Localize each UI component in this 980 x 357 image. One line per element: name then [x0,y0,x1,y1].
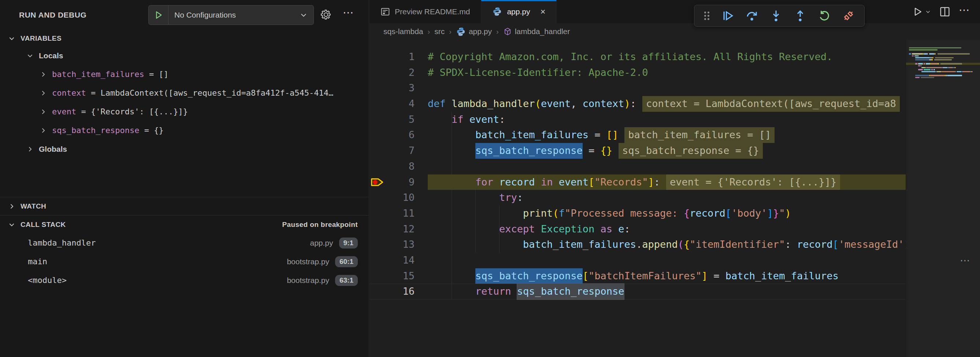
line-gutter[interactable]: 5 [369,112,428,128]
run-and-debug-sidebar: RUN AND DEBUG No Configurations ⋯ VA [0,0,369,357]
line-number: 7 [409,143,415,159]
split-editor-button[interactable] [940,6,950,17]
minimap[interactable] [909,47,979,78]
code-line-15[interactable]: 15 sqs_batch_response["batchItemFailures… [369,268,906,284]
minimap-strip[interactable] [906,40,980,357]
line-gutter[interactable]: 3 [369,80,428,96]
run-python-file-button[interactable] [913,6,931,17]
variable-name: event [52,107,76,116]
code-line-3[interactable]: 3 [369,80,906,96]
variables-group-label: Globals [39,145,67,154]
code-line-5[interactable]: 5 if event: [369,112,906,128]
variable-row[interactable]: context = LambdaContext([aws_request_id=… [0,84,369,102]
code-line-12[interactable]: 12 except Exception as e: [369,222,906,237]
line-gutter[interactable]: 9 [369,174,428,190]
close-icon[interactable]: × [540,6,545,17]
code-line-9[interactable]: 9 for record in event["Records"]:event =… [369,174,906,190]
tab-app-py[interactable]: app.py× [481,0,557,23]
call-stack-frames: lambda_handlerapp.py9:1mainbootstrap.py6… [0,233,369,290]
code-line-14[interactable]: 14 [369,253,906,268]
minimap-inline-value [937,53,970,54]
variable-row[interactable]: batch_item_failures = [] [0,65,369,84]
line-gutter[interactable]: 2 [369,65,428,81]
minimap-token [915,63,917,64]
step-over-button[interactable] [740,7,764,25]
line-gutter[interactable]: 6 [369,127,428,143]
restart-button[interactable] [812,7,837,25]
frame-location-badge: 63:1 [335,275,358,286]
code-line-6[interactable]: 6 batch_item_failures = []batch_item_fai… [369,127,906,143]
drag-handle[interactable] [698,7,716,25]
debug-inline-value: event = {'Records': [{...}]} [666,174,840,190]
code-token: # Copyright Amazon.com, Inc. or its affi… [428,49,832,65]
watch-section-header[interactable]: WATCH [0,197,369,215]
code-line-4[interactable]: 4def lambda_handler(event, context):cont… [369,96,906,112]
call-stack-frame[interactable]: <module>bootstrap.py63:1 [0,271,369,290]
call-stack-frame[interactable]: lambda_handlerapp.py9:1 [0,233,369,252]
breadcrumb-item-src[interactable]: src [434,27,445,36]
settings-gear-icon[interactable] [320,9,332,22]
tab-preview-readme-md[interactable]: Preview README.md [369,0,481,23]
tab-label: app.py [507,7,530,16]
editor-more-actions-icon[interactable]: ⋯ [959,3,970,16]
code-line-16[interactable]: 16 return sqs_batch_response [369,284,906,300]
minimap-token [930,75,945,76]
line-gutter[interactable]: 15 [369,268,428,284]
line-gutter[interactable]: 11 [369,206,428,222]
code-line-11[interactable]: 11 print(f"Processed message: {record['b… [369,206,906,222]
code-token: event [541,96,571,112]
minimap-token [921,67,926,68]
sidebar-more-actions-icon[interactable]: ⋯ [343,6,355,19]
line-gutter[interactable]: 14 [369,253,428,268]
variable-row[interactable]: event = {'Records': [{...}]} [0,102,369,121]
start-debug-icon[interactable] [149,5,169,25]
breadcrumb-item-app-py[interactable]: app.py [456,27,492,37]
minimap-token [962,71,970,72]
line-gutter[interactable]: 12 [369,222,428,237]
code-line-7[interactable]: 7 sqs_batch_response = {}sqs_batch_respo… [369,143,906,159]
code-token: batch_item_failures [523,237,636,253]
line-gutter[interactable]: 13 [369,237,428,253]
step-into-button[interactable] [764,7,788,25]
disconnect-button[interactable] [837,7,861,25]
code-token: if [452,112,464,128]
breadcrumb-item-sqs-lambda[interactable]: sqs-lambda [383,27,423,36]
variable-row[interactable]: sqs_batch_response = {} [0,121,369,140]
code-token [428,127,475,143]
line-gutter[interactable]: 1 [369,49,428,65]
line-number: 11 [402,206,415,222]
vscode-window: RUN AND DEBUG No Configurations ⋯ VA [0,0,980,357]
code-token [428,143,475,159]
code-line-8[interactable]: 8 [369,159,906,174]
code-line-2[interactable]: 2# SPDX-License-Identifier: Apache-2.0 [369,65,906,81]
code-line-1[interactable]: 1# Copyright Amazon.com, Inc. or its aff… [369,49,906,65]
minimap-token [915,75,929,76]
variables-section-header[interactable]: VARIABLES [0,31,369,46]
code-token: : [624,222,630,237]
breadcrumb-item-lambda-handler[interactable]: lambda_handler [503,27,570,36]
call-stack-section-header[interactable]: CALL STACK Paused on breakpoint [0,215,369,233]
line-gutter[interactable]: 4 [369,96,428,112]
code-line-13[interactable]: 13 batch_item_failures.append({"itemIden… [369,237,906,253]
frame-name: main [28,257,287,266]
code-line-10[interactable]: 10 try: [369,190,906,206]
minimap-token [924,69,931,70]
debug-configuration-select[interactable]: No Configurations [148,5,314,25]
code-token: ) [785,206,791,222]
line-gutter[interactable]: 7 [369,143,428,159]
variables-group-locals[interactable]: Locals [0,46,369,65]
code-editor[interactable]: 1# Copyright Amazon.com, Inc. or its aff… [369,40,906,357]
minimap-token [929,53,935,54]
line-gutter[interactable]: 8 [369,159,428,174]
variables-tree: Localsbatch_item_failures = []context = … [0,46,369,158]
line-gutter[interactable]: 16 [369,284,428,299]
variables-group-globals[interactable]: Globals [0,140,369,158]
step-out-button[interactable] [788,7,812,25]
code-token: context [583,96,624,112]
more-indicator-icon[interactable]: ⋯ [960,254,971,266]
code-token: e [618,222,624,237]
continue-button[interactable] [716,7,740,25]
call-stack-frame[interactable]: mainbootstrap.py60:1 [0,252,369,271]
line-gutter[interactable]: 10 [369,190,428,206]
frame-file: bootstrap.py [287,276,329,285]
